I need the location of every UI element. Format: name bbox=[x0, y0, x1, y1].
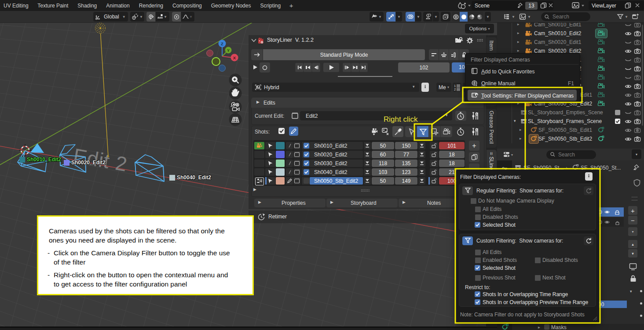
svg-text:Right click: Right click bbox=[384, 115, 418, 123]
